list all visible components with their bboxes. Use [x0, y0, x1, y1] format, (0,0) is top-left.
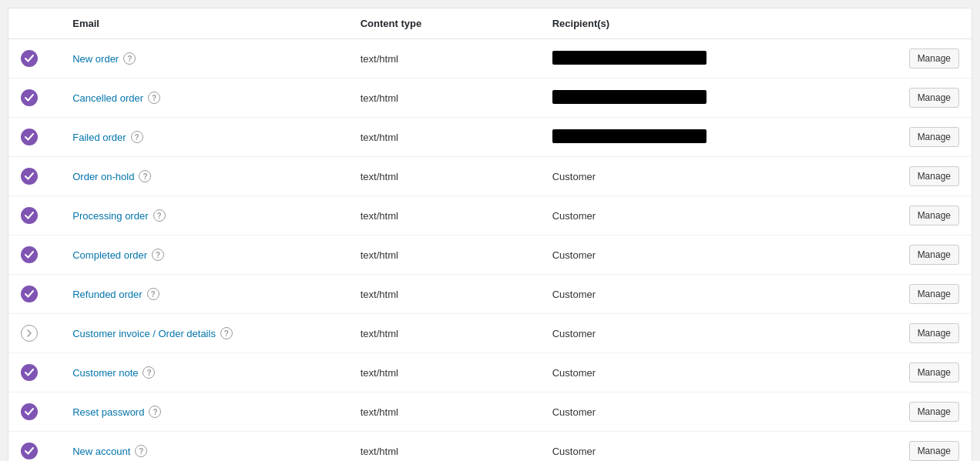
recipients-cell: [540, 39, 876, 79]
status-cell: [8, 314, 60, 353]
recipients-cell: Customer: [540, 393, 876, 432]
manage-button-processing-order[interactable]: Manage: [909, 205, 959, 225]
help-icon[interactable]: ?: [152, 249, 164, 261]
manage-button-new-order[interactable]: Manage: [909, 48, 959, 68]
status-cell: [8, 196, 60, 236]
help-icon[interactable]: ?: [139, 170, 151, 182]
recipients-cell: Customer: [540, 157, 876, 196]
help-icon[interactable]: ?: [123, 52, 136, 65]
content-type-cell: text/html: [348, 79, 540, 118]
table-header-row: Email Content type Recipient(s): [8, 8, 972, 39]
help-icon[interactable]: ?: [135, 445, 147, 457]
manage-button-new-account[interactable]: Manage: [909, 441, 959, 461]
header-email: Email: [60, 8, 348, 39]
status-enabled-icon: [21, 286, 38, 302]
email-link-new-order[interactable]: New order: [72, 53, 119, 65]
help-icon[interactable]: ?: [147, 288, 159, 300]
table-row: Reset password?text/htmlCustomerManage: [8, 393, 972, 432]
content-type-cell: text/html: [348, 275, 540, 314]
status-cell: [8, 39, 60, 79]
status-enabled-icon: [21, 129, 38, 145]
manage-button-cancelled-order[interactable]: Manage: [909, 88, 959, 108]
content-type-cell: text/html: [348, 353, 540, 393]
redacted-bar: [552, 51, 706, 65]
status-enabled-icon: [21, 246, 38, 263]
email-link-failed-order[interactable]: Failed order: [72, 132, 126, 143]
manage-button-completed-order[interactable]: Manage: [909, 245, 959, 265]
recipients-cell: Customer: [540, 236, 876, 275]
manage-button-customer-invoice[interactable]: Manage: [909, 323, 959, 343]
table-row: New account?text/htmlCustomerManage: [8, 432, 972, 462]
table-row: Cancelled order?text/htmlManage: [8, 79, 972, 118]
header-recipients: Recipient(s): [540, 8, 876, 39]
email-link-order-on-hold[interactable]: Order on-hold: [72, 171, 134, 182]
status-enabled-icon: [21, 364, 38, 381]
email-link-customer-note[interactable]: Customer note: [72, 367, 138, 379]
email-link-cancelled-order[interactable]: Cancelled order: [72, 92, 143, 104]
actions-cell: Manage: [875, 314, 972, 353]
email-link-new-account[interactable]: New account: [72, 446, 130, 457]
recipients-cell: [540, 79, 876, 118]
help-icon[interactable]: ?: [220, 327, 233, 339]
header-content-type: Content type: [348, 8, 540, 39]
email-link-reset-password[interactable]: Reset password: [72, 406, 144, 418]
actions-cell: Manage: [875, 39, 972, 79]
manage-button-order-on-hold[interactable]: Manage: [909, 166, 959, 186]
emails-table-container: Email Content type Recipient(s) New orde…: [8, 8, 972, 461]
actions-cell: Manage: [875, 118, 972, 157]
help-icon[interactable]: ?: [143, 366, 155, 379]
content-type-cell: text/html: [348, 157, 540, 196]
actions-cell: Manage: [875, 393, 972, 432]
table-row: Customer note?text/htmlCustomerManage: [8, 353, 972, 393]
manage-button-customer-note[interactable]: Manage: [909, 362, 959, 382]
email-cell: Failed order?: [60, 118, 348, 157]
table-row: Order on-hold?text/htmlCustomerManage: [8, 157, 972, 196]
manage-button-failed-order[interactable]: Manage: [909, 127, 959, 147]
table-row: Processing order?text/htmlCustomerManage: [8, 196, 972, 236]
content-type-cell: text/html: [348, 196, 540, 236]
status-enabled-icon: [21, 443, 38, 459]
content-type-cell: text/html: [348, 393, 540, 432]
email-cell: Processing order?: [60, 196, 348, 236]
table-row: Completed order?text/htmlCustomerManage: [8, 236, 972, 275]
content-type-cell: text/html: [348, 118, 540, 157]
redacted-bar: [552, 90, 706, 104]
header-status: [8, 8, 60, 39]
email-cell: New order?: [60, 39, 348, 79]
email-link-completed-order[interactable]: Completed order: [72, 249, 147, 261]
email-cell: Order on-hold?: [60, 157, 348, 196]
actions-cell: Manage: [875, 275, 972, 314]
recipients-cell: Customer: [540, 196, 876, 236]
actions-cell: Manage: [875, 157, 972, 196]
table-row: Failed order?text/htmlManage: [8, 118, 972, 157]
status-cell: [8, 118, 60, 157]
manage-button-reset-password[interactable]: Manage: [909, 402, 959, 422]
help-icon[interactable]: ?: [148, 92, 160, 104]
email-link-refunded-order[interactable]: Refunded order: [72, 289, 142, 300]
help-icon[interactable]: ?: [153, 209, 166, 222]
email-cell: Cancelled order?: [60, 79, 348, 118]
content-type-cell: text/html: [348, 432, 540, 462]
recipients-cell: [540, 118, 876, 157]
email-cell: Completed order?: [60, 236, 348, 275]
status-cell: [8, 353, 60, 393]
status-enabled-icon: [21, 50, 38, 67]
help-icon[interactable]: ?: [131, 131, 143, 143]
recipients-cell: Customer: [540, 353, 876, 393]
email-link-customer-invoice[interactable]: Customer invoice / Order details: [72, 328, 216, 339]
email-link-processing-order[interactable]: Processing order: [72, 210, 148, 222]
email-cell: New account?: [60, 432, 348, 462]
actions-cell: Manage: [875, 432, 972, 462]
manage-button-refunded-order[interactable]: Manage: [909, 284, 959, 304]
status-enabled-icon: [21, 207, 38, 224]
recipients-cell: Customer: [540, 432, 876, 462]
redacted-bar: [552, 129, 706, 143]
emails-table: Email Content type Recipient(s) New orde…: [8, 8, 972, 461]
content-type-cell: text/html: [348, 39, 540, 79]
table-row: New order?text/htmlManage: [8, 39, 972, 79]
actions-cell: Manage: [875, 353, 972, 393]
status-cell: [8, 236, 60, 275]
header-actions: [875, 8, 972, 39]
help-icon[interactable]: ?: [149, 406, 161, 418]
status-cell: [8, 79, 60, 118]
